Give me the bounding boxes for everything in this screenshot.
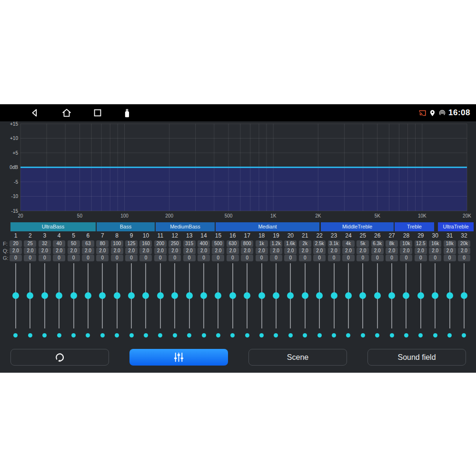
band-dot[interactable] [173,333,177,337]
channel-column: 166302.00 [226,232,240,340]
freq-tick-label: 10K [418,213,426,218]
slider-knob[interactable] [157,292,164,299]
band-dot[interactable] [303,333,307,337]
back-icon[interactable] [30,108,40,118]
band-dot[interactable] [144,333,148,337]
band-dot[interactable] [71,333,76,337]
band-dot[interactable] [404,333,408,337]
band-dot[interactable] [187,333,191,337]
slider-knob[interactable] [258,292,265,299]
band-dot[interactable] [57,333,61,337]
channel-number: 23 [327,232,341,239]
eq-graph: +15+10+50dB-5-10-1520501002005001K2K5K10… [0,121,476,219]
gain-value: 0 [458,255,470,261]
hotspot-icon [438,109,446,117]
freq-value: 25 [24,240,36,247]
slider-knob[interactable] [287,292,294,299]
slider-knob[interactable] [85,292,91,299]
band-dot[interactable] [202,333,206,337]
slider-knob[interactable] [41,292,48,299]
q-value: 2.0 [198,248,210,254]
slider-knob[interactable] [359,292,366,299]
sound-field-button[interactable]: Sound field [367,349,466,366]
band-dot[interactable] [158,333,162,337]
q-value: 2.0 [342,248,355,254]
slider-knob[interactable] [186,292,193,299]
slider-knob[interactable] [461,292,467,299]
slider-knob[interactable] [114,292,120,299]
channel-column: 181k2.00 [254,232,268,340]
slider-knob[interactable] [27,292,33,299]
band-dot[interactable] [317,333,322,337]
band-dot[interactable] [13,333,18,337]
slider-knob[interactable] [302,292,308,299]
gain-value: 0 [256,255,268,261]
slider-knob[interactable] [417,292,424,299]
slider-knob[interactable] [316,292,323,299]
band-dot[interactable] [42,333,47,337]
equalizer-button[interactable] [129,349,228,366]
slider-knob[interactable] [331,292,337,299]
slider-knob[interactable] [128,292,135,299]
channel-column: 81002.00 [110,232,124,340]
slider-knob[interactable] [403,292,409,299]
band-dot[interactable] [129,333,134,337]
slider-knob[interactable] [56,292,62,299]
band-dot[interactable] [115,333,119,337]
slider-knob[interactable] [70,292,77,299]
slider-knob[interactable] [345,292,352,299]
reset-button[interactable] [10,349,109,366]
band-dot[interactable] [28,333,32,337]
db-tick-label: +5 [13,150,19,156]
slider-knob[interactable] [273,292,279,299]
slider-knob[interactable] [12,292,19,299]
reset-icon [53,351,66,364]
band-dot[interactable] [462,333,466,337]
band-dot[interactable] [288,333,293,337]
freq-value: 63 [82,240,94,247]
home-icon[interactable] [61,108,72,118]
band-dot[interactable] [418,333,423,337]
gain-value: 0 [82,255,94,261]
q-value: 2.0 [154,248,167,254]
band-dot[interactable] [245,333,249,337]
freq-value: 6.3k [371,240,384,247]
band-dot[interactable] [86,333,90,337]
channel-number: 24 [341,232,356,239]
band-dot[interactable] [230,333,235,337]
band-dot[interactable] [375,333,379,337]
band-dot[interactable] [390,333,394,337]
gain-value: 0 [227,255,239,261]
recents-icon[interactable] [92,108,103,118]
slider-knob[interactable] [229,292,236,299]
band-dot[interactable] [447,333,452,337]
eq-curve-fill [20,168,467,211]
slider-knob[interactable] [446,292,453,299]
band-dot[interactable] [216,333,220,337]
band-dot[interactable] [274,333,278,337]
db-tick-label: -10 [11,194,19,199]
channel-column: 244k2.00 [341,232,356,340]
band-dot[interactable] [332,333,336,337]
band-dot[interactable] [346,333,350,337]
slider-knob[interactable] [142,292,149,299]
band-dot[interactable] [361,333,365,337]
slider-knob[interactable] [99,292,106,299]
channel-number: 5 [66,232,80,239]
q-value: 2.0 [183,248,196,254]
band-dot[interactable] [259,333,264,337]
location-icon [429,109,436,117]
usb-icon[interactable] [121,108,132,118]
band-dot[interactable] [100,333,105,337]
slider-knob[interactable] [432,292,438,299]
slider-knob[interactable] [171,292,178,299]
q-value: 2.0 [458,248,470,254]
scene-button[interactable]: Scene [248,349,347,366]
slider-knob[interactable] [374,292,381,299]
slider-knob[interactable] [200,292,207,299]
q-value: 2.0 [270,248,282,254]
slider-knob[interactable] [388,292,395,299]
band-dot[interactable] [433,333,437,337]
slider-knob[interactable] [215,292,221,299]
slider-knob[interactable] [244,292,250,299]
